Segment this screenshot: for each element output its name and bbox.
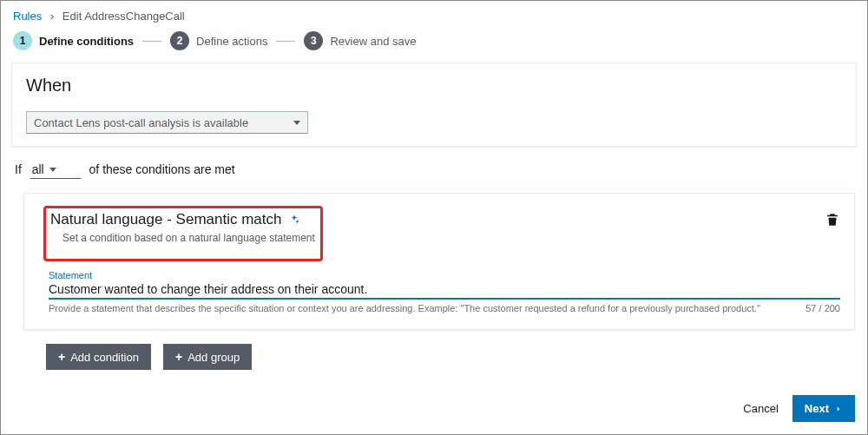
- wizard-step-1-num: 1: [13, 31, 32, 50]
- condition-actions: + Add condition + Add group: [23, 344, 855, 370]
- if-suffix: of these conditions are met: [89, 162, 235, 176]
- statement-hint: Provide a statement that describes the s…: [49, 303, 760, 313]
- breadcrumb-current: Edit AddressChangeCall: [62, 10, 185, 23]
- wizard-steps: 1 Define conditions 2 Define actions 3 R…: [1, 26, 867, 57]
- if-quantifier-select[interactable]: all: [30, 161, 81, 179]
- wizard-connector: [276, 41, 295, 42]
- conditions-card: Natural language - Semantic match Set a …: [23, 193, 855, 370]
- if-prefix: If: [15, 162, 22, 176]
- wizard-step-2[interactable]: 2 Define actions: [170, 31, 267, 50]
- wizard-footer: Cancel Next: [743, 395, 855, 422]
- wizard-step-1[interactable]: 1 Define conditions: [13, 31, 134, 50]
- wizard-step-2-num: 2: [170, 31, 189, 50]
- condition-title: Natural language - Semantic match: [50, 211, 281, 228]
- if-quantifier-value: all: [32, 162, 44, 176]
- when-select-value: Contact Lens post-call analysis is avail…: [34, 116, 248, 129]
- wizard-step-3[interactable]: 3 Review and save: [304, 31, 416, 50]
- wizard-step-2-label: Define actions: [196, 35, 267, 48]
- add-condition-label: Add condition: [70, 351, 139, 364]
- when-card: When Contact Lens post-call analysis is …: [11, 63, 857, 147]
- statement-counter: 57 / 200: [806, 303, 840, 313]
- wizard-step-1-label: Define conditions: [39, 35, 134, 48]
- statement-input[interactable]: [49, 282, 840, 296]
- chevron-down-icon: [293, 121, 300, 125]
- plus-icon: +: [175, 350, 182, 364]
- plus-icon: +: [58, 350, 65, 364]
- wizard-connector: [142, 41, 161, 42]
- if-line: If all of these conditions are met: [1, 155, 867, 182]
- when-heading: When: [26, 76, 842, 96]
- chevron-right-icon: [834, 405, 843, 413]
- breadcrumb: Rules › Edit AddressChangeCall: [1, 1, 867, 26]
- add-group-label: Add group: [187, 351, 240, 364]
- add-group-button[interactable]: + Add group: [163, 344, 252, 370]
- breadcrumb-sep: ›: [50, 10, 54, 23]
- next-button[interactable]: Next: [792, 395, 855, 422]
- breadcrumb-root[interactable]: Rules: [13, 10, 42, 23]
- wizard-step-3-label: Review and save: [330, 35, 416, 48]
- wizard-step-3-num: 3: [304, 31, 323, 50]
- statement-field: Statement Provide a statement that descr…: [38, 270, 840, 313]
- cancel-button[interactable]: Cancel: [743, 402, 778, 415]
- sparkle-icon: [288, 214, 300, 226]
- trash-icon[interactable]: [825, 211, 840, 228]
- condition-item: Natural language - Semantic match Set a …: [23, 193, 855, 330]
- when-select[interactable]: Contact Lens post-call analysis is avail…: [26, 111, 308, 134]
- add-condition-button[interactable]: + Add condition: [46, 344, 151, 370]
- chevron-down-icon: [49, 168, 56, 172]
- next-label: Next: [805, 402, 829, 415]
- statement-label: Statement: [49, 270, 840, 280]
- condition-subtitle: Set a condition based on a natural langu…: [50, 232, 315, 244]
